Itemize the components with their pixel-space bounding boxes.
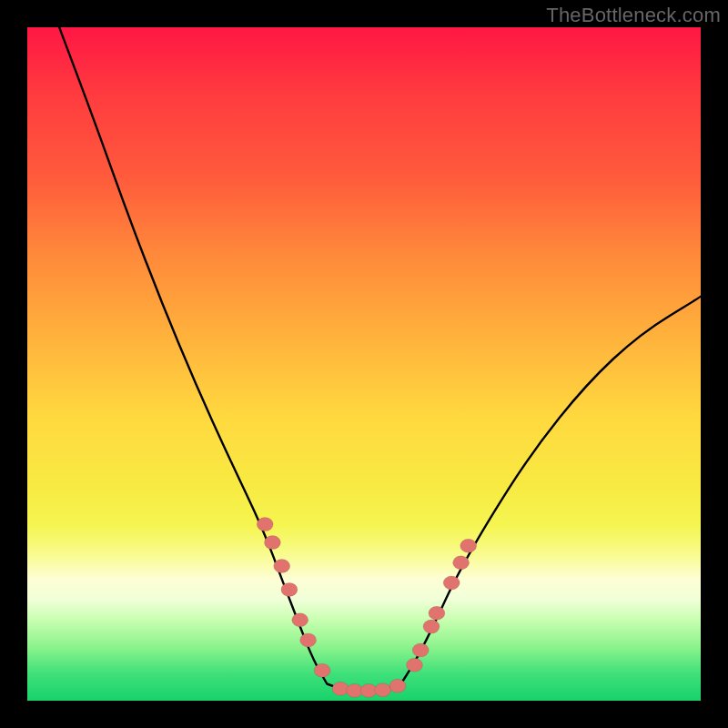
bottleneck-curve bbox=[55, 14, 701, 691]
watermark: TheBottleneck.com bbox=[546, 4, 721, 27]
curve-svg bbox=[27, 27, 701, 701]
bead bbox=[332, 682, 349, 695]
bead bbox=[257, 518, 273, 531]
bead bbox=[300, 633, 317, 647]
bead bbox=[453, 556, 470, 570]
bead bbox=[429, 606, 445, 620]
plot-area bbox=[27, 27, 701, 701]
beads-group bbox=[257, 518, 477, 698]
outer-frame: TheBottleneck.com bbox=[0, 0, 728, 728]
bead bbox=[264, 536, 280, 550]
bead bbox=[407, 658, 423, 672]
bead bbox=[443, 576, 460, 590]
bead bbox=[423, 620, 440, 633]
bead bbox=[314, 663, 330, 677]
bead bbox=[412, 643, 429, 657]
bead bbox=[292, 613, 308, 627]
bead bbox=[347, 683, 363, 697]
bead bbox=[460, 539, 477, 552]
bead bbox=[375, 683, 391, 697]
bead bbox=[274, 560, 290, 573]
bead bbox=[281, 582, 298, 596]
bead bbox=[389, 679, 406, 693]
